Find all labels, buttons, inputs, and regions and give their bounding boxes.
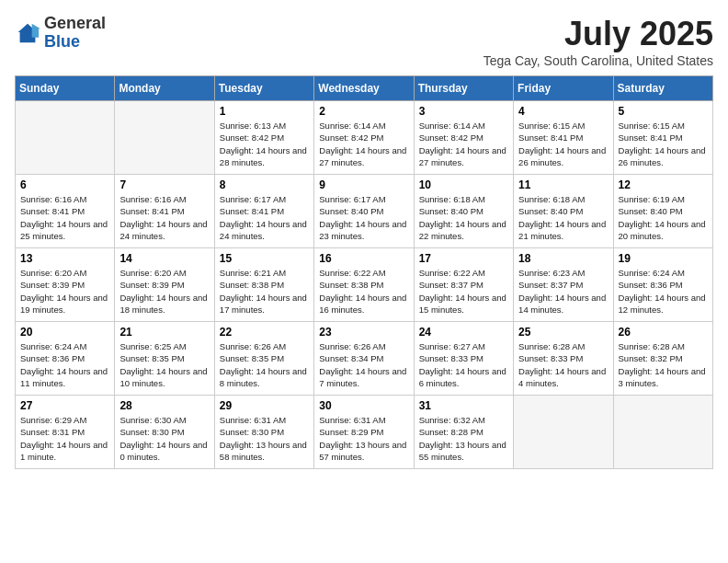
day-number: 2 <box>319 105 408 118</box>
day-info: Sunrise: 6:26 AMSunset: 8:35 PMDaylight:… <box>220 340 309 389</box>
day-number: 3 <box>419 105 508 118</box>
day-number: 11 <box>518 178 608 191</box>
day-number: 25 <box>518 326 608 339</box>
page-header: General Blue July 2025 Tega Cay, South C… <box>15 15 713 68</box>
title-block: July 2025 Tega Cay, South Carolina, Unit… <box>483 15 713 68</box>
logo-general-text: General <box>44 15 106 33</box>
day-info: Sunrise: 6:27 AMSunset: 8:33 PMDaylight:… <box>419 340 508 389</box>
calendar-cell: 1Sunrise: 6:13 AMSunset: 8:42 PMDaylight… <box>214 101 313 175</box>
day-info: Sunrise: 6:19 AMSunset: 8:40 PMDaylight:… <box>619 193 708 242</box>
day-number: 8 <box>220 178 309 191</box>
calendar-cell: 7Sunrise: 6:16 AMSunset: 8:41 PMDaylight… <box>115 175 214 248</box>
day-info: Sunrise: 6:18 AMSunset: 8:40 PMDaylight:… <box>518 193 608 242</box>
day-number: 22 <box>220 326 309 339</box>
location-subtitle: Tega Cay, South Carolina, United States <box>483 53 713 68</box>
calendar-week-row: 20Sunrise: 6:24 AMSunset: 8:36 PMDayligh… <box>16 322 713 396</box>
day-number: 23 <box>319 326 408 339</box>
calendar-table: SundayMondayTuesdayWednesdayThursdayFrid… <box>15 75 713 469</box>
calendar-cell: 4Sunrise: 6:15 AMSunset: 8:41 PMDaylight… <box>514 101 613 175</box>
day-number: 18 <box>518 252 608 265</box>
day-number: 7 <box>119 178 209 191</box>
day-info: Sunrise: 6:15 AMSunset: 8:41 PMDaylight:… <box>518 120 608 168</box>
day-info: Sunrise: 6:21 AMSunset: 8:38 PMDaylight:… <box>220 267 309 316</box>
logo-blue-text: Blue <box>44 33 106 52</box>
day-number: 27 <box>20 399 109 412</box>
day-info: Sunrise: 6:15 AMSunset: 8:41 PMDaylight:… <box>619 120 708 168</box>
calendar-cell: 12Sunrise: 6:19 AMSunset: 8:40 PMDayligh… <box>613 175 712 248</box>
calendar-cell: 11Sunrise: 6:18 AMSunset: 8:40 PMDayligh… <box>514 175 613 248</box>
day-number: 12 <box>619 178 708 191</box>
day-number: 21 <box>119 326 209 339</box>
day-info: Sunrise: 6:24 AMSunset: 8:36 PMDaylight:… <box>20 340 109 389</box>
day-of-week-header: Sunday <box>16 76 115 101</box>
calendar-cell: 13Sunrise: 6:20 AMSunset: 8:39 PMDayligh… <box>16 248 115 322</box>
calendar-cell: 31Sunrise: 6:32 AMSunset: 8:28 PMDayligh… <box>414 396 513 469</box>
calendar-header-row: SundayMondayTuesdayWednesdayThursdayFrid… <box>16 76 713 101</box>
day-number: 13 <box>20 252 109 265</box>
calendar-cell <box>613 396 712 469</box>
day-number: 9 <box>319 178 408 191</box>
calendar-cell: 3Sunrise: 6:14 AMSunset: 8:42 PMDaylight… <box>414 101 513 175</box>
logo-icon <box>15 20 40 46</box>
calendar-cell: 19Sunrise: 6:24 AMSunset: 8:36 PMDayligh… <box>613 248 712 322</box>
calendar-week-row: 27Sunrise: 6:29 AMSunset: 8:31 PMDayligh… <box>16 396 713 469</box>
day-of-week-header: Wednesday <box>314 76 414 101</box>
calendar-cell: 15Sunrise: 6:21 AMSunset: 8:38 PMDayligh… <box>214 248 313 322</box>
day-info: Sunrise: 6:29 AMSunset: 8:31 PMDaylight:… <box>20 414 109 463</box>
day-number: 4 <box>518 105 608 118</box>
day-number: 26 <box>619 326 708 339</box>
day-number: 14 <box>119 252 209 265</box>
day-info: Sunrise: 6:16 AMSunset: 8:41 PMDaylight:… <box>20 193 109 242</box>
calendar-cell: 18Sunrise: 6:23 AMSunset: 8:37 PMDayligh… <box>514 248 613 322</box>
day-number: 30 <box>319 399 408 412</box>
day-info: Sunrise: 6:31 AMSunset: 8:29 PMDaylight:… <box>319 414 408 463</box>
calendar-cell: 30Sunrise: 6:31 AMSunset: 8:29 PMDayligh… <box>314 396 414 469</box>
calendar-cell: 22Sunrise: 6:26 AMSunset: 8:35 PMDayligh… <box>214 322 313 396</box>
svg-marker-1 <box>32 24 40 38</box>
day-of-week-header: Monday <box>115 76 214 101</box>
day-number: 10 <box>419 178 508 191</box>
day-info: Sunrise: 6:25 AMSunset: 8:35 PMDaylight:… <box>119 340 209 389</box>
day-of-week-header: Saturday <box>613 76 712 101</box>
calendar-cell <box>115 101 214 175</box>
day-of-week-header: Friday <box>514 76 613 101</box>
day-info: Sunrise: 6:28 AMSunset: 8:33 PMDaylight:… <box>518 340 608 389</box>
day-number: 6 <box>20 178 109 191</box>
day-number: 28 <box>119 399 209 412</box>
calendar-week-row: 1Sunrise: 6:13 AMSunset: 8:42 PMDaylight… <box>16 101 713 175</box>
calendar-cell: 20Sunrise: 6:24 AMSunset: 8:36 PMDayligh… <box>16 322 115 396</box>
day-info: Sunrise: 6:26 AMSunset: 8:34 PMDaylight:… <box>319 340 408 389</box>
day-info: Sunrise: 6:14 AMSunset: 8:42 PMDaylight:… <box>319 120 408 168</box>
calendar-cell: 9Sunrise: 6:17 AMSunset: 8:40 PMDaylight… <box>314 175 414 248</box>
logo-text: General Blue <box>44 15 106 52</box>
calendar-cell: 10Sunrise: 6:18 AMSunset: 8:40 PMDayligh… <box>414 175 513 248</box>
day-info: Sunrise: 6:18 AMSunset: 8:40 PMDaylight:… <box>419 193 508 242</box>
day-info: Sunrise: 6:28 AMSunset: 8:32 PMDaylight:… <box>619 340 708 389</box>
calendar-cell: 17Sunrise: 6:22 AMSunset: 8:37 PMDayligh… <box>414 248 513 322</box>
day-number: 5 <box>619 105 708 118</box>
day-info: Sunrise: 6:14 AMSunset: 8:42 PMDaylight:… <box>419 120 508 168</box>
calendar-cell: 25Sunrise: 6:28 AMSunset: 8:33 PMDayligh… <box>514 322 613 396</box>
day-number: 31 <box>419 399 508 412</box>
day-info: Sunrise: 6:17 AMSunset: 8:40 PMDaylight:… <box>319 193 408 242</box>
day-info: Sunrise: 6:20 AMSunset: 8:39 PMDaylight:… <box>20 267 109 316</box>
calendar-cell: 16Sunrise: 6:22 AMSunset: 8:38 PMDayligh… <box>314 248 414 322</box>
calendar-cell: 26Sunrise: 6:28 AMSunset: 8:32 PMDayligh… <box>613 322 712 396</box>
day-number: 17 <box>419 252 508 265</box>
calendar-cell: 28Sunrise: 6:30 AMSunset: 8:30 PMDayligh… <box>115 396 214 469</box>
day-info: Sunrise: 6:13 AMSunset: 8:42 PMDaylight:… <box>220 120 309 168</box>
day-of-week-header: Thursday <box>414 76 513 101</box>
calendar-cell: 27Sunrise: 6:29 AMSunset: 8:31 PMDayligh… <box>16 396 115 469</box>
day-info: Sunrise: 6:17 AMSunset: 8:41 PMDaylight:… <box>220 193 309 242</box>
day-number: 1 <box>220 105 309 118</box>
day-info: Sunrise: 6:16 AMSunset: 8:41 PMDaylight:… <box>119 193 209 242</box>
day-info: Sunrise: 6:31 AMSunset: 8:30 PMDaylight:… <box>220 414 309 463</box>
day-of-week-header: Tuesday <box>214 76 313 101</box>
month-year-title: July 2025 <box>483 15 713 53</box>
day-info: Sunrise: 6:22 AMSunset: 8:38 PMDaylight:… <box>319 267 408 316</box>
day-number: 19 <box>619 252 708 265</box>
day-number: 16 <box>319 252 408 265</box>
calendar-cell: 6Sunrise: 6:16 AMSunset: 8:41 PMDaylight… <box>16 175 115 248</box>
calendar-cell <box>16 101 115 175</box>
calendar-week-row: 13Sunrise: 6:20 AMSunset: 8:39 PMDayligh… <box>16 248 713 322</box>
